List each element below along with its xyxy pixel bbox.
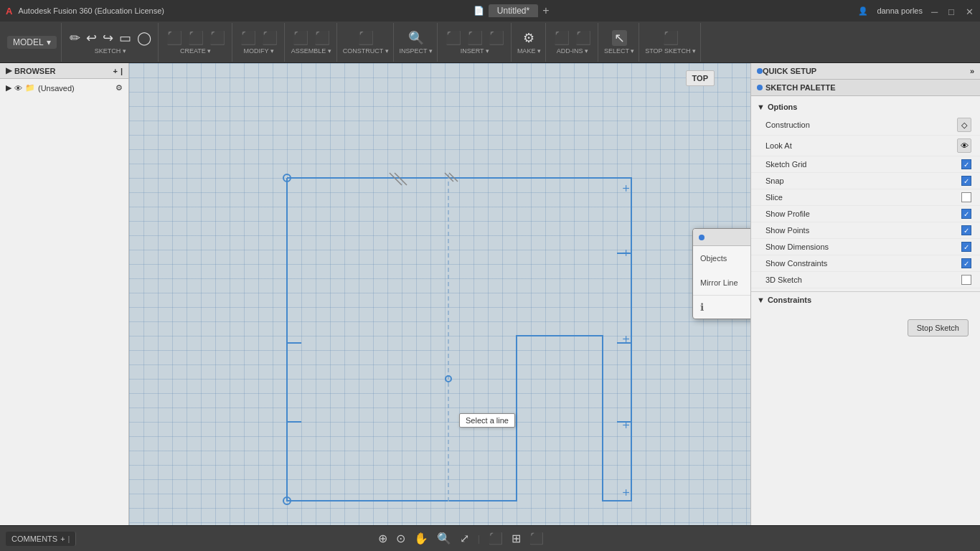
inspect-btn[interactable]: 🔍 bbox=[406, 30, 426, 46]
grid-settings-btn[interactable]: ⊞ bbox=[509, 530, 524, 547]
redo-btn[interactable]: ↪ bbox=[100, 30, 116, 46]
constraints-header[interactable]: ▼ Constraints bbox=[751, 291, 980, 308]
select-line-tooltip: Select a line bbox=[459, 413, 515, 428]
select-btn[interactable]: ↖ bbox=[612, 30, 627, 46]
option-row-sketch-grid: Sketch Grid bbox=[751, 156, 980, 173]
addins-btn-2[interactable]: ⬛ bbox=[573, 30, 593, 46]
tree-root-visibility[interactable]: 👁 bbox=[14, 84, 22, 93]
construct-label: CONSTRUCT ▾ bbox=[343, 47, 389, 55]
show-dimensions-checkbox[interactable] bbox=[961, 242, 971, 252]
new-tab-btn[interactable]: + bbox=[542, 4, 549, 17]
addins-btn-1[interactable]: ⬛ bbox=[552, 30, 572, 46]
tree-root-settings[interactable]: ⚙ bbox=[116, 83, 123, 93]
fit-tool-btn[interactable]: ⤢ bbox=[457, 530, 472, 547]
insert-btn-1[interactable]: ⬛ bbox=[443, 30, 463, 46]
browser-pin-icon[interactable]: | bbox=[121, 67, 123, 75]
modify-btn-1[interactable]: ⬛ bbox=[238, 30, 258, 46]
assemble-btn-2[interactable]: ⬛ bbox=[312, 30, 332, 46]
canvas[interactable]: ✕ ✕ ✕ ✕ ✕ TOP MIRROR bbox=[129, 63, 750, 525]
tab-title[interactable]: Untitled* bbox=[489, 4, 538, 17]
comments-add-icon[interactable]: + bbox=[60, 534, 65, 543]
constraints-triangle: ▼ bbox=[757, 296, 765, 304]
sketch-palette-header[interactable]: SKETCH PALETTE bbox=[751, 80, 980, 96]
stop-sketch-btn[interactable]: Stop Sketch bbox=[908, 319, 969, 336]
options-section: ▼ Options Construction ◇ Look At 👁 Sketc… bbox=[751, 96, 980, 291]
browser-title: BROWSER bbox=[14, 67, 55, 75]
minimize-btn[interactable]: ─ bbox=[931, 6, 940, 15]
close-btn[interactable]: ✕ bbox=[966, 6, 974, 15]
toolbar-group-assemble: ⬛ ⬛ ASSEMBLE ▾ bbox=[286, 23, 337, 62]
browser-panel: ▶ BROWSER + | ▶ 👁 📁 (Unsaved) ⚙ bbox=[0, 63, 129, 525]
option-slice-label: Slice bbox=[765, 193, 783, 202]
create-btn-2[interactable]: ⬛ bbox=[186, 30, 206, 46]
assemble-btn-1[interactable]: ⬛ bbox=[291, 30, 311, 46]
browser-header[interactable]: ▶ BROWSER + | bbox=[0, 63, 128, 79]
option-row-show-dimensions: Show Dimensions bbox=[751, 239, 980, 255]
browser-expand-icon[interactable]: ▶ bbox=[6, 66, 11, 75]
modify-btn-2[interactable]: ⬛ bbox=[260, 30, 280, 46]
pan-tool-btn[interactable]: ✋ bbox=[411, 530, 431, 547]
sketch-btn[interactable]: ✏ bbox=[67, 30, 83, 46]
tree-item-root[interactable]: ▶ 👁 📁 (Unsaved) ⚙ bbox=[3, 82, 126, 94]
insert-label: INSERT ▾ bbox=[461, 47, 489, 55]
stop-sketch-toolbar-btn[interactable]: ⬛ bbox=[661, 30, 681, 46]
view-settings-btn[interactable]: ⬛ bbox=[527, 530, 547, 547]
undo-btn[interactable]: ↩ bbox=[84, 30, 99, 46]
mirror-dialog-header: MIRROR ◀ ▶ bbox=[693, 229, 750, 246]
insert-btn-2[interactable]: ⬛ bbox=[465, 30, 485, 46]
show-profile-checkbox[interactable] bbox=[961, 209, 971, 219]
look-at-icon-btn[interactable]: 👁 bbox=[957, 138, 971, 153]
create-btn-1[interactable]: ⬛ bbox=[164, 30, 184, 46]
rectangle-btn[interactable]: ▭ bbox=[117, 30, 133, 46]
insert-btn-3[interactable]: ⬛ bbox=[486, 30, 507, 46]
toolbar-group-modify: ⬛ ⬛ MODIFY ▾ bbox=[234, 23, 285, 62]
option-row-snap: Snap bbox=[751, 173, 980, 189]
show-constraints-checkbox[interactable] bbox=[961, 258, 971, 268]
app-logo: A bbox=[6, 6, 12, 17]
model-menu-btn[interactable]: MODEL ▾ bbox=[7, 36, 57, 49]
stop-sketch-label: STOP SKETCH ▾ bbox=[645, 47, 696, 55]
look-tool-btn[interactable]: ⊙ bbox=[393, 530, 408, 547]
main-area: ▶ BROWSER + | ▶ 👁 📁 (Unsaved) ⚙ bbox=[0, 63, 980, 525]
options-triangle: ▼ bbox=[757, 103, 765, 111]
orbit-tool-btn[interactable]: ⊕ bbox=[375, 530, 390, 547]
option-row-slice: Slice bbox=[751, 189, 980, 206]
option-row-show-profile: Show Profile bbox=[751, 206, 980, 222]
display-settings-btn[interactable]: ⬛ bbox=[486, 530, 506, 547]
toolbar-group-make: ⚙ MAKE ▾ bbox=[513, 23, 546, 62]
show-points-checkbox[interactable] bbox=[961, 225, 971, 235]
quick-setup-header[interactable]: QUICK SETUP » bbox=[751, 63, 980, 80]
sketch-label: SKETCH ▾ bbox=[95, 47, 126, 55]
comments-pin-icon[interactable]: | bbox=[68, 534, 70, 543]
top-label: TOP bbox=[686, 70, 715, 86]
browser-add-icon[interactable]: + bbox=[113, 67, 117, 75]
model-label: MODEL bbox=[13, 37, 44, 47]
inspect-label: INSPECT ▾ bbox=[400, 47, 433, 55]
construct-btn-1[interactable]: ⬛ bbox=[356, 30, 376, 46]
app-title: Autodesk Fusion 360 (Education License) bbox=[18, 6, 164, 15]
construction-icon-btn[interactable]: ◇ bbox=[957, 118, 971, 132]
options-header[interactable]: ▼ Options bbox=[751, 99, 980, 115]
quick-setup-dot bbox=[757, 68, 763, 74]
tree-root-expand[interactable]: ▶ bbox=[6, 83, 11, 93]
3d-sketch-checkbox[interactable] bbox=[961, 275, 971, 285]
toolbar-group-construct: ⬛ CONSTRUCT ▾ bbox=[339, 23, 394, 62]
user-name: danna porles bbox=[877, 6, 923, 15]
modify-label: MODIFY ▾ bbox=[244, 47, 274, 55]
tree-root-icon: 📁 bbox=[25, 83, 35, 93]
sketch-geometry: ✕ ✕ ✕ ✕ ✕ bbox=[129, 63, 750, 525]
option-show-points-label: Show Points bbox=[765, 226, 809, 235]
zoom-tool-btn[interactable]: 🔍 bbox=[434, 530, 454, 547]
maximize-btn[interactable]: □ bbox=[948, 6, 957, 15]
toolbar-group-sketch: ✏ ↩ ↪ ▭ ◯ SKETCH ▾ bbox=[63, 23, 159, 62]
circle-btn[interactable]: ◯ bbox=[135, 30, 154, 46]
snap-checkbox[interactable] bbox=[961, 176, 971, 186]
sketch-grid-checkbox[interactable] bbox=[961, 159, 971, 169]
comments-section[interactable]: COMMENTS + | bbox=[6, 532, 76, 546]
make-btn[interactable]: ⚙ bbox=[521, 30, 537, 46]
slice-checkbox[interactable] bbox=[961, 192, 971, 202]
mirror-info-icon: ℹ bbox=[700, 301, 704, 313]
quick-setup-expand-icon[interactable]: » bbox=[970, 67, 974, 75]
create-btn-3[interactable]: ⬛ bbox=[207, 30, 227, 46]
svg-text:✕: ✕ bbox=[620, 182, 632, 194]
